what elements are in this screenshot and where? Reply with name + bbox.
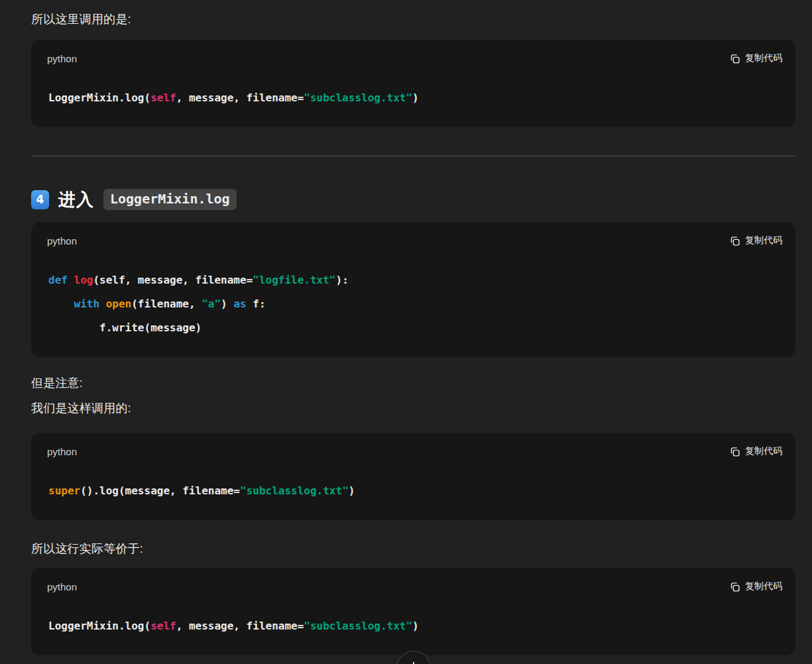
code-token: (self, message, filename= xyxy=(93,274,253,286)
code-block-1: python 复制代码 LoggerMixin.log(self, messag… xyxy=(31,40,795,127)
code-token: "subclasslog.txt" xyxy=(304,620,412,632)
copy-button-label: 复制代码 xyxy=(745,235,782,247)
code-block-4: python 复制代码 LoggerMixin.log(self, messag… xyxy=(31,568,795,655)
code-content: def log(self, message, filename="logfile… xyxy=(31,247,795,357)
copy-code-button[interactable]: 复制代码 xyxy=(729,581,782,592)
code-line: def log(self, message, filename="logfile… xyxy=(48,268,780,292)
code-line: f.write(message) xyxy=(48,316,780,340)
code-token: LoggerMixin.log( xyxy=(48,620,150,632)
code-token: as xyxy=(233,298,253,310)
code-block-header: python 复制代码 xyxy=(31,568,795,593)
code-language-label: python xyxy=(47,53,77,64)
code-token: self xyxy=(150,91,176,104)
code-token: ) xyxy=(349,484,355,497)
paragraph-callout: 我们是这样调用的: xyxy=(31,400,795,417)
code-token: "a" xyxy=(202,298,221,310)
code-token xyxy=(48,298,74,310)
inline-code-chip: LoggerMixin.log xyxy=(103,189,237,210)
copy-icon xyxy=(729,53,740,64)
copy-code-button[interactable]: 复制代码 xyxy=(729,52,782,64)
code-language-label: python xyxy=(47,581,77,592)
code-line: with open(filename, "a") as f: xyxy=(48,292,780,316)
copy-code-button[interactable]: 复制代码 xyxy=(729,235,782,247)
keycap-4-emoji: 4 xyxy=(31,190,49,209)
paragraph-equivalent: 所以这行实际等价于: xyxy=(31,540,795,557)
code-line: LoggerMixin.log(self, message, filename=… xyxy=(48,614,780,638)
copy-icon xyxy=(729,235,740,247)
copy-button-label: 复制代码 xyxy=(745,445,782,457)
code-token: ) xyxy=(412,620,419,632)
code-token: self xyxy=(150,620,176,632)
code-token: ): xyxy=(336,274,349,286)
section-heading-title: 进入 xyxy=(58,188,94,211)
code-token: super xyxy=(48,484,80,497)
code-token: "logfile.txt" xyxy=(253,274,335,286)
code-token: "subclasslog.txt" xyxy=(240,484,349,497)
code-content: LoggerMixin.log(self, message, filename=… xyxy=(31,65,795,127)
code-content: LoggerMixin.log(self, message, filename=… xyxy=(31,593,795,655)
copy-button-label: 复制代码 xyxy=(745,581,782,592)
code-block-header: python 复制代码 xyxy=(31,433,795,458)
code-token: log xyxy=(74,274,93,286)
code-token: "subclasslog.txt" xyxy=(304,91,412,104)
code-token: f: xyxy=(253,298,265,310)
paragraph-note: 但是注意: xyxy=(31,374,795,392)
code-line: super().log(message, filename="subclassl… xyxy=(48,479,780,503)
code-block-2: python 复制代码 def log(self, message, filen… xyxy=(31,222,795,357)
code-token: (filename, xyxy=(131,298,202,310)
code-token: , message, filename= xyxy=(176,620,304,632)
section-heading: 4 进入 LoggerMixin.log xyxy=(31,187,795,212)
code-line: LoggerMixin.log(self, message, filename=… xyxy=(48,86,780,110)
code-token: , message, filename= xyxy=(176,91,304,104)
code-token: with xyxy=(74,298,106,310)
copy-icon xyxy=(729,581,740,592)
down-arrow-icon xyxy=(406,660,422,664)
code-language-label: python xyxy=(47,446,77,457)
code-token: ) xyxy=(221,298,233,310)
paragraph-intro: 所以这里调用的是: xyxy=(31,11,795,28)
code-token: f.write(message) xyxy=(48,321,202,334)
code-content: super().log(message, filename="subclassl… xyxy=(31,458,795,520)
section-divider xyxy=(31,156,795,156)
chat-message-content: 所以这里调用的是: python 复制代码 LoggerMixin.log(se… xyxy=(0,0,812,655)
code-block-3: python 复制代码 super().log(message, filenam… xyxy=(31,433,795,520)
code-token: def xyxy=(48,274,74,286)
code-block-header: python 复制代码 xyxy=(31,222,795,247)
code-block-header: python 复制代码 xyxy=(31,40,795,65)
code-token: ) xyxy=(412,91,419,104)
copy-icon xyxy=(729,446,740,457)
code-language-label: python xyxy=(47,235,77,247)
code-token: ().log(message, filename= xyxy=(80,484,240,497)
code-token: open xyxy=(106,298,132,310)
code-token: LoggerMixin.log( xyxy=(48,91,150,104)
copy-button-label: 复制代码 xyxy=(745,52,782,64)
copy-code-button[interactable]: 复制代码 xyxy=(729,445,782,457)
